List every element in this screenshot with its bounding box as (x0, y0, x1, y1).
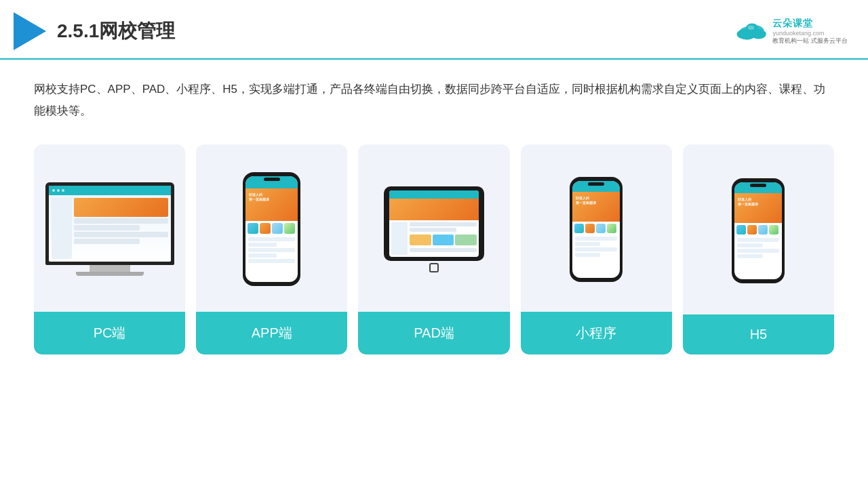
brand-name: 云朵课堂 (772, 18, 813, 30)
monitor-mockup (45, 182, 174, 276)
card-h5-image: 职道人的第一堂刷题课 (683, 144, 834, 314)
card-pc: PC端 (34, 144, 185, 354)
card-app-image: 职道人的第一堂刷题课 (196, 144, 347, 312)
header: 2.5.1网校管理 云朵课堂 yunduoketang.com 教育机构一站 式… (0, 0, 868, 60)
brand-url: yunduoketang.com (772, 30, 824, 37)
header-left: 2.5.1网校管理 (14, 12, 175, 50)
card-app: 职道人的第一堂刷题课 (196, 144, 347, 354)
cards-container: PC端 职道人的第一堂刷题课 (34, 144, 834, 354)
description-text: 网校支持PC、APP、PAD、小程序、H5，实现多端打通，产品各终端自由切换，数… (34, 79, 834, 123)
card-miniprogram: 职道人的第一堂刷题课 (521, 144, 672, 354)
phone-mockup-app: 职道人的第一堂刷题课 (243, 172, 300, 286)
card-pad-label: PAD端 (358, 312, 509, 354)
svg-point-5 (748, 26, 755, 30)
cloud-icon (736, 19, 768, 43)
card-app-label: APP端 (196, 312, 347, 354)
card-pad-image (358, 144, 509, 312)
logo-triangle-icon (14, 12, 46, 50)
phone-mockup-miniprogram: 职道人的第一堂刷题课 (570, 177, 623, 282)
card-h5-label: H5 (683, 314, 834, 354)
svg-point-4 (751, 29, 766, 39)
brand-slogan: 教育机构一站 式服务云平台 (772, 37, 848, 45)
card-miniprogram-image: 职道人的第一堂刷题课 (521, 144, 672, 312)
card-pad: PAD端 (358, 144, 509, 354)
card-h5: 职道人的第一堂刷题课 (683, 144, 834, 354)
tablet-mockup (384, 186, 484, 272)
main-content: 网校支持PC、APP、PAD、小程序、H5，实现多端打通，产品各终端自由切换，数… (0, 60, 868, 368)
phone-mockup-h5: 职道人的第一堂刷题课 (732, 178, 785, 283)
header-right: 云朵课堂 yunduoketang.com 教育机构一站 式服务云平台 (736, 18, 848, 45)
card-miniprogram-label: 小程序 (521, 312, 672, 354)
brand-text: 云朵课堂 yunduoketang.com 教育机构一站 式服务云平台 (772, 18, 848, 45)
card-pc-image (34, 144, 185, 312)
card-pc-label: PC端 (34, 312, 185, 354)
tablet-home-button (429, 263, 439, 272)
brand-logo: 云朵课堂 yunduoketang.com 教育机构一站 式服务云平台 (736, 18, 848, 45)
page-title: 2.5.1网校管理 (57, 18, 175, 44)
